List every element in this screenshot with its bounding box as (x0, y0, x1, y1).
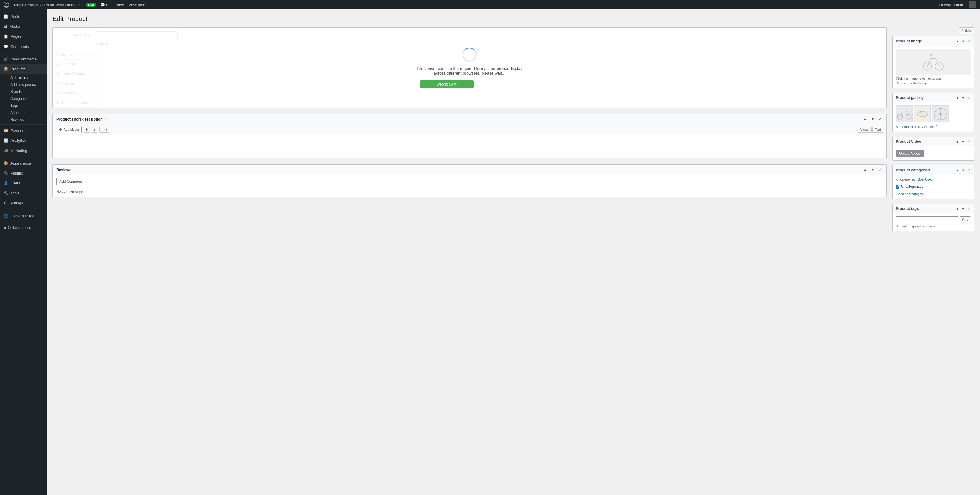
tags-expand[interactable]: ⤢ (967, 206, 971, 211)
visual-tab[interactable]: Visual (858, 127, 872, 133)
avatar[interactable] (969, 1, 977, 8)
gallery-up[interactable]: ▲ (955, 96, 960, 100)
wordpress-icon (3, 2, 10, 8)
pages-icon: 📋 (3, 34, 8, 39)
product-video-header: Product Video ▲ ▼ ⤢ (893, 137, 974, 146)
product-image-expand[interactable]: ⤢ (967, 39, 971, 43)
sidebar-item-appearance[interactable]: 🎨 Appearance (0, 158, 47, 168)
remove-image-link[interactable]: Remove product image (896, 81, 971, 85)
submenu-tags[interactable]: Tags (0, 102, 47, 109)
add-gallery-link[interactable]: Add product gallery images (896, 125, 934, 128)
submenu-add-new-product[interactable]: Add new product (0, 81, 47, 88)
wp-body: Edit Product File conversion into the re… (47, 10, 980, 495)
tags-add-button[interactable]: Add (959, 216, 971, 223)
sidebar-item-woocommerce[interactable]: 🛒 WooCommerce (0, 54, 47, 64)
video-up[interactable]: ▲ (955, 139, 960, 144)
right-sidebar: Activity Product image ▲ ▼ ⤢ (892, 27, 974, 236)
add-media-button[interactable]: ➕ Add Media (56, 126, 82, 133)
gallery-down[interactable]: ▼ (961, 96, 966, 100)
sidebar-item-posts[interactable]: 📄 Posts (0, 12, 47, 22)
reviews-collapse-up[interactable]: ▲ (862, 167, 868, 172)
submenu-attributes[interactable]: Attributes (0, 109, 47, 116)
most-used-tab[interactable]: Most Used (917, 178, 933, 181)
section-controls: ▲ ▼ ⤢ (862, 117, 883, 122)
gallery-thumb-2[interactable] (914, 105, 931, 122)
new-link[interactable]: + New (113, 3, 124, 7)
gallery-thumb-3[interactable] (932, 105, 949, 122)
product-gallery-body: Add product gallery images ? (893, 102, 974, 132)
product-image-controls: ▲ ▼ ⤢ (955, 39, 971, 43)
tags-down[interactable]: ▼ (961, 206, 966, 211)
bold-button[interactable]: b (84, 127, 90, 133)
expand-button[interactable]: ⤢ (877, 117, 883, 122)
product-image-up[interactable]: ▲ (955, 39, 960, 43)
sidebar-item-loco-translate[interactable]: 🌐 Loco Translate (0, 211, 47, 221)
comments-menu-icon: 💬 (3, 44, 8, 50)
sidebar-item-media[interactable]: 🖼 Media (0, 22, 47, 32)
categories-up[interactable]: ▲ (955, 168, 960, 172)
comments-link[interactable]: 💬 0 (100, 3, 108, 7)
editor-body[interactable] (53, 135, 886, 158)
tags-input-wrap: Add (896, 216, 971, 223)
tags-input[interactable] (896, 216, 958, 223)
submenu-all-products[interactable]: All Products (0, 74, 47, 81)
sidebar-item-tools[interactable]: 🔧 Tools (0, 188, 47, 198)
collapse-down-button[interactable]: ▼ (869, 117, 876, 122)
italic-button[interactable]: i (92, 127, 97, 133)
gallery-thumb-1[interactable] (896, 105, 913, 122)
site-name[interactable]: Magic Product Video for WooCommerce (14, 3, 82, 7)
sidebar-item-payments[interactable]: 💳 Payments (0, 126, 47, 136)
reviews-controls: ▲ ▼ ⤢ (862, 167, 883, 172)
product-image-placeholder[interactable] (896, 49, 971, 75)
live-badge: Live (86, 3, 95, 7)
upload-video-button[interactable]: Upload Video (896, 150, 924, 157)
tags-up[interactable]: ▲ (955, 206, 960, 211)
gallery-help-icon[interactable]: ? (935, 125, 938, 129)
sidebar-item-label: Payments (11, 128, 27, 133)
product-tags-controls: ▲ ▼ ⤢ (955, 206, 971, 211)
add-comment-button[interactable]: Add Comment (56, 178, 85, 185)
woocommerce-icon: 🛒 (3, 57, 8, 62)
reviews-collapse-down[interactable]: ▼ (869, 167, 876, 172)
sidebar-item-pages[interactable]: 📋 Pages (0, 32, 47, 42)
reviews-expand[interactable]: ⤢ (877, 167, 883, 172)
uncategorized-checkbox[interactable] (896, 185, 899, 188)
sidebar-item-label: Tools (11, 191, 19, 196)
view-product-link[interactable]: View product (129, 3, 151, 7)
sidebar-item-settings[interactable]: ⚙ Settings (0, 198, 47, 208)
submenu-brands[interactable]: Brands (0, 88, 47, 95)
collapse-label: Collapse menu (8, 226, 31, 230)
categories-expand[interactable]: ⤢ (967, 168, 971, 172)
sidebar-item-products[interactable]: 📦 Products (0, 64, 47, 74)
collapse-up-button[interactable]: ▲ (862, 117, 868, 122)
product-image-svg (922, 50, 945, 73)
short-description-section: Product short description ? ▲ ▼ ⤢ ➕ Add … (52, 114, 887, 158)
sidebar-item-label: Comments (11, 44, 29, 50)
activity-button[interactable]: Activity (959, 27, 974, 34)
video-down[interactable]: ▼ (961, 139, 966, 144)
add-new-category-link[interactable]: + Add new category (896, 192, 924, 196)
product-image-header: Product image ▲ ▼ ⤢ (893, 37, 974, 46)
reviews-section: Reviews ▲ ▼ ⤢ Add Comment No comments ye… (52, 164, 887, 197)
video-expand[interactable]: ⤢ (967, 139, 971, 144)
sidebar-item-analytics[interactable]: 📊 Analytics (0, 136, 47, 145)
sidebar-item-comments[interactable]: 💬 Comments (0, 42, 47, 52)
no-comments-text: No comments yet. (53, 188, 886, 197)
page-title: Edit Product (52, 15, 974, 23)
collapse-menu-button[interactable]: ◀ Collapse menu (0, 223, 47, 232)
product-image-down[interactable]: ▼ (961, 39, 966, 43)
text-tab[interactable]: Text (872, 127, 883, 133)
submenu-reviews[interactable]: Reviews (0, 116, 47, 123)
gallery-expand[interactable]: ⤢ (967, 96, 971, 100)
link-button[interactable]: link (99, 127, 109, 133)
sidebar-item-plugins[interactable]: 🔌 Plugins (0, 168, 47, 178)
users-icon: 👤 (3, 180, 8, 186)
help-icon[interactable]: ? (104, 117, 106, 121)
submenu-categories[interactable]: Categories (0, 95, 47, 102)
product-image-body: Click the image to edit or update Remove… (893, 46, 974, 88)
all-categories-tab[interactable]: All categories (896, 178, 915, 181)
sidebar-item-marketing[interactable]: 📣 Marketing (0, 146, 47, 156)
categories-down[interactable]: ▼ (961, 168, 966, 172)
wp-logo[interactable] (3, 2, 10, 8)
sidebar-item-users[interactable]: 👤 Users (0, 178, 47, 188)
